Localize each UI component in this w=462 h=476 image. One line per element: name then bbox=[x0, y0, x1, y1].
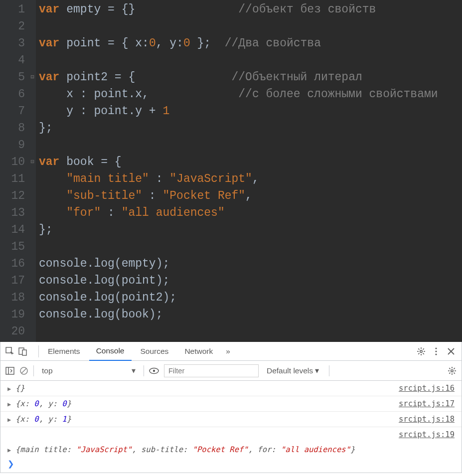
context-selector[interactable]: top ▾ bbox=[39, 366, 139, 375]
expand-arrow-icon[interactable]: ▶ bbox=[7, 401, 11, 408]
svg-line-30 bbox=[454, 368, 455, 369]
code-line[interactable]: var empty = {} //объект без свойств bbox=[39, 1, 438, 18]
line-number: 10 bbox=[2, 154, 25, 170]
line-number: 4 bbox=[2, 52, 25, 69]
console-output[interactable]: ▶{}srcipt.js:16▶{x: 0, y: 0}srcipt.js:17… bbox=[0, 381, 462, 457]
sidebar-toggle-icon[interactable] bbox=[5, 367, 14, 375]
log-levels-selector[interactable]: Default levels ▾ bbox=[267, 366, 319, 375]
source-link[interactable]: srcipt.js:18 bbox=[399, 415, 455, 424]
device-toggle-icon[interactable] bbox=[17, 346, 28, 357]
console-row[interactable]: ▶{x: 0, y: 0}srcipt.js:17 bbox=[0, 396, 462, 412]
live-expression-icon[interactable] bbox=[149, 367, 159, 374]
svg-point-23 bbox=[451, 369, 453, 371]
expand-arrow-icon[interactable]: ▶ bbox=[7, 416, 11, 423]
tab-console[interactable]: Console bbox=[89, 342, 132, 361]
code-line[interactable]: var book = { bbox=[39, 154, 438, 170]
gear-icon[interactable] bbox=[415, 345, 428, 358]
svg-line-29 bbox=[454, 372, 455, 373]
code-line[interactable] bbox=[39, 18, 438, 35]
source-link[interactable]: srcipt.js:19 bbox=[399, 430, 455, 439]
svg-line-10 bbox=[423, 348, 424, 349]
console-row[interactable]: ▶{x: 0, y: 1}srcipt.js:18 bbox=[0, 412, 462, 427]
fold-toggle-icon[interactable]: ⊟ bbox=[29, 154, 36, 170]
fold-column: ⊟⊟ bbox=[29, 0, 36, 342]
line-number: 20 bbox=[2, 323, 25, 340]
code-line[interactable]: console.log(book); bbox=[39, 306, 438, 323]
line-number: 17 bbox=[2, 272, 25, 289]
console-message: {x: 0, y: 0} bbox=[15, 399, 71, 408]
code-line[interactable]: "sub-title" : "Pocket Ref", bbox=[39, 187, 438, 204]
code-line[interactable]: }; bbox=[39, 120, 438, 137]
svg-line-20 bbox=[22, 368, 26, 373]
kebab-icon[interactable] bbox=[430, 345, 443, 358]
code-line[interactable] bbox=[39, 137, 438, 154]
console-row[interactable]: ▶{main title: "JavaScript", sub-title: "… bbox=[0, 442, 462, 457]
svg-line-11 bbox=[418, 353, 419, 354]
code-line[interactable]: var point = { x:0, y:0 }; //Два свойства bbox=[39, 35, 438, 52]
code-area[interactable]: var empty = {} //объект без свойствvar p… bbox=[36, 0, 438, 342]
code-line[interactable]: console.log(point2); bbox=[39, 289, 438, 306]
line-number: 5 bbox=[2, 69, 25, 86]
code-line[interactable] bbox=[39, 323, 438, 340]
expand-arrow-icon[interactable]: ▶ bbox=[7, 385, 11, 392]
code-line[interactable]: x : point.x, //с более сложными свойства… bbox=[39, 86, 438, 103]
svg-line-9 bbox=[423, 353, 424, 354]
svg-point-22 bbox=[153, 369, 155, 371]
context-label: top bbox=[42, 366, 53, 375]
filter-input[interactable] bbox=[164, 364, 259, 377]
line-number: 2 bbox=[2, 18, 25, 35]
console-prompt[interactable]: ❯ bbox=[0, 457, 462, 473]
svg-point-3 bbox=[420, 350, 422, 352]
fold-toggle-icon[interactable]: ⊟ bbox=[29, 69, 36, 86]
console-row[interactable]: srcipt.js:19 bbox=[0, 427, 462, 442]
line-number: 8 bbox=[2, 120, 25, 137]
code-line[interactable]: "for" : "all audiences" bbox=[39, 204, 438, 221]
svg-rect-17 bbox=[6, 367, 14, 374]
console-message: {main title: "JavaScript", sub-title: "P… bbox=[15, 445, 355, 454]
svg-line-28 bbox=[449, 368, 450, 369]
close-icon[interactable] bbox=[445, 345, 458, 358]
svg-point-14 bbox=[435, 353, 437, 355]
code-line[interactable] bbox=[39, 238, 438, 255]
console-row[interactable]: ▶{}srcipt.js:16 bbox=[0, 381, 462, 396]
source-link[interactable]: srcipt.js:16 bbox=[399, 384, 455, 393]
svg-point-13 bbox=[435, 350, 437, 352]
code-line[interactable] bbox=[39, 52, 438, 69]
expand-arrow-icon[interactable]: ▶ bbox=[7, 447, 11, 454]
svg-line-8 bbox=[418, 348, 419, 349]
line-number: 9 bbox=[2, 137, 25, 154]
code-line[interactable]: "main title" : "JavaScript", bbox=[39, 170, 438, 187]
source-link[interactable]: srcipt.js:17 bbox=[399, 399, 455, 408]
tab-network[interactable]: Network bbox=[177, 342, 220, 361]
line-number: 6 bbox=[2, 86, 25, 103]
code-line[interactable]: console.log(point); bbox=[39, 272, 438, 289]
code-line[interactable]: console.log(empty); bbox=[39, 255, 438, 272]
code-line[interactable]: y : point.y + 1 bbox=[39, 103, 438, 120]
chevron-down-icon: ▾ bbox=[132, 366, 136, 375]
console-settings-icon[interactable] bbox=[448, 366, 457, 375]
line-number: 15 bbox=[2, 238, 25, 255]
code-editor[interactable]: 1234567891011121314151617181920 ⊟⊟ var e… bbox=[0, 0, 462, 342]
line-number: 18 bbox=[2, 289, 25, 306]
code-line[interactable]: var point2 = { //Объектный литерал bbox=[39, 69, 438, 86]
line-number-gutter: 1234567891011121314151617181920 bbox=[0, 0, 29, 342]
svg-line-31 bbox=[449, 372, 450, 373]
line-number: 1 bbox=[2, 1, 25, 18]
tab-sources[interactable]: Sources bbox=[134, 342, 176, 361]
line-number: 3 bbox=[2, 35, 25, 52]
svg-point-12 bbox=[435, 347, 437, 349]
console-message: {x: 0, y: 1} bbox=[15, 415, 71, 424]
console-message: {} bbox=[15, 384, 25, 393]
tab-more[interactable]: » bbox=[222, 342, 234, 361]
code-line[interactable]: }; bbox=[39, 221, 438, 238]
line-number: 16 bbox=[2, 255, 25, 272]
console-toolbar: top ▾ Default levels ▾ bbox=[0, 361, 462, 381]
clear-console-icon[interactable] bbox=[19, 366, 28, 375]
tab-elements[interactable]: Elements bbox=[41, 342, 87, 361]
devtools-tab-bar: Elements Console Sources Network » bbox=[0, 342, 462, 361]
svg-rect-2 bbox=[22, 350, 26, 355]
line-number: 12 bbox=[2, 187, 25, 204]
inspect-icon[interactable] bbox=[4, 346, 15, 357]
line-number: 11 bbox=[2, 170, 25, 187]
devtools-panel: Elements Console Sources Network » top ▾ bbox=[0, 342, 462, 473]
